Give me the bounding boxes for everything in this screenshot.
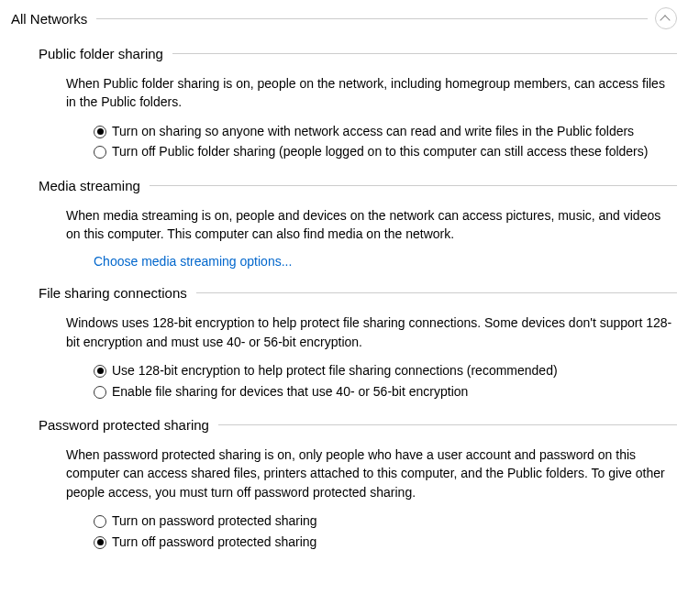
section-header: Media streaming [39,178,677,193]
section-header: Password protected sharing [39,417,677,433]
all-networks-header: All Networks [11,7,677,29]
divider [96,18,648,19]
radio-label: Use 128-bit encryption to help protect f… [112,362,558,380]
radio-icon [94,126,106,138]
section-media-streaming: Media streaming When media streaming is … [39,178,677,270]
radio-icon [94,365,106,378]
section-public-folder-sharing: Public folder sharing When Public folder… [39,46,677,161]
section-title: Public folder sharing [39,46,172,61]
section-title: File sharing connections [39,285,196,301]
radio-icon [94,515,106,528]
section-title: Media streaming [39,178,150,193]
chevron-up-icon [661,14,671,23]
radio-128bit-encryption[interactable]: Use 128-bit encryption to help protect f… [94,362,677,380]
section-password-protected-sharing: Password protected sharing When password… [39,417,677,551]
radio-icon [94,386,106,399]
radio-password-sharing-off[interactable]: Turn off password protected sharing [94,534,677,552]
all-networks-title: All Networks [11,11,96,27]
radio-label: Turn off Public folder sharing (people l… [112,143,648,161]
section-description: When password protected sharing is on, o… [66,446,677,501]
divider [218,424,677,425]
radio-label: Turn on password protected sharing [112,512,317,531]
radio-password-sharing-on[interactable]: Turn on password protected sharing [94,512,677,531]
divider [196,292,677,293]
section-description: Windows uses 128-bit encryption to help … [66,314,677,351]
radio-icon [94,536,106,549]
section-description: When Public folder sharing is on, people… [66,74,677,112]
radio-label: Turn on sharing so anyone with network a… [112,123,634,141]
section-title: Password protected sharing [39,417,218,433]
collapse-button[interactable] [655,7,677,29]
divider [172,53,677,54]
section-description: When media streaming is on, people and d… [66,206,677,244]
radio-public-sharing-on[interactable]: Turn on sharing so anyone with network a… [94,123,677,141]
radio-label: Enable file sharing for devices that use… [112,383,468,402]
divider [150,185,677,186]
radio-icon [94,146,106,159]
section-header: Public folder sharing [39,46,677,61]
radio-40-56bit-encryption[interactable]: Enable file sharing for devices that use… [94,383,677,402]
radio-public-sharing-off[interactable]: Turn off Public folder sharing (people l… [94,143,677,161]
section-file-sharing-connections: File sharing connections Windows uses 12… [39,285,677,401]
media-streaming-options-link[interactable]: Choose media streaming options... [94,254,292,269]
radio-label: Turn off password protected sharing [112,534,316,552]
section-header: File sharing connections [39,285,677,301]
